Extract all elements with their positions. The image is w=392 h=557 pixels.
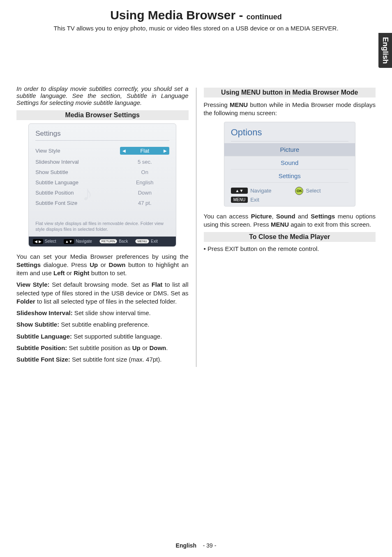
def-subtitle-font: Subtitle Font Size: Set subtitle font si… (16, 355, 189, 364)
options-panel: Options Picture Sound Settings ▲▼ Naviga… (224, 122, 355, 207)
left-right-key-icon: ◀ ▶ (33, 239, 43, 244)
def-view-style: View Style: Set default browsing mode. S… (16, 281, 189, 306)
page-subtitle: This TV allows you to enjoy photo, music… (0, 25, 392, 32)
footer-page-number: - 39 - (203, 542, 217, 549)
close-instruction: • Press EXIT button on the remote contro… (204, 245, 376, 252)
options-title: Options (231, 127, 348, 142)
page-title: Using Media Browser - continued (0, 8, 392, 22)
setting-label: View Style (35, 148, 60, 154)
settings-description: Flat view style displays all files in re… (35, 220, 169, 232)
access-paragraph: You can access Picture, Sound and Settin… (204, 212, 376, 229)
settings-panel-title: Settings (35, 130, 169, 141)
option-sound[interactable]: Sound (231, 156, 348, 169)
option-picture[interactable]: Picture (224, 143, 355, 156)
page-title-main: Using Media Browser - (110, 8, 247, 22)
page-footer: English - 39 - (0, 542, 392, 549)
setting-value: English (120, 179, 169, 186)
return-key-icon: RETURN (99, 239, 117, 244)
close-media-player-heading: To Close the Media Player (204, 232, 376, 242)
setting-row-subtitle-language[interactable]: Subtitle Language English (35, 177, 169, 188)
exit-label: Exit (250, 197, 293, 203)
menu-intro: Pressing MENU button while in Media Brow… (204, 101, 376, 118)
setting-row-subtitle-position[interactable]: Subtitle Position Down (35, 188, 169, 198)
setting-value: 5 sec. (120, 159, 169, 165)
menu-key-icon: MENU (231, 197, 248, 203)
setting-label: Subtitle Language (35, 179, 78, 186)
media-browser-settings-heading: Media Browser Settings (16, 110, 189, 120)
setting-value: On (120, 169, 169, 175)
setting-label: Subtitle Font Size (35, 200, 77, 206)
menu-button-heading: Using MENU button in Media Browser Mode (204, 88, 376, 97)
footer-label: Navigate (76, 239, 92, 244)
page-title-continued: continued (247, 13, 282, 21)
setting-label: Slideshow Interval (35, 159, 79, 165)
select-label: Select (306, 188, 348, 194)
setting-label: Show Subtitle (35, 169, 68, 175)
settings-panel: ♪ Settings View Style ◀ Flat ▶ Slideshow… (28, 123, 176, 247)
left-column: In order to display movie subtitles corr… (16, 85, 189, 367)
options-footer: ▲▼ Navigate OK Select MENU Exit (231, 187, 348, 203)
language-tab: English (378, 33, 392, 68)
option-settings[interactable]: Settings (231, 169, 348, 183)
navigate-label: Navigate (250, 188, 293, 194)
column-divider (196, 88, 196, 367)
def-show-subtitle: Show Subtitle: Set subtitle enabling pre… (16, 320, 189, 329)
setting-value: Down (120, 190, 169, 196)
arrow-right-icon[interactable]: ▶ (161, 149, 169, 153)
setting-value: Flat (140, 148, 149, 154)
setting-label: Subtitle Position (35, 190, 74, 196)
right-column: Using MENU button in Media Browser Mode … (204, 85, 376, 367)
subtitle-note: In order to display movie subtitles corr… (16, 85, 189, 106)
preferences-paragraph: You can set your Media Browser preferenc… (16, 253, 189, 278)
setting-row-subtitle-font[interactable]: Subtitle Font Size 47 pt. (35, 198, 169, 208)
arrow-left-icon[interactable]: ◀ (120, 149, 128, 153)
def-subtitle-position: Subtitle Position: Set subtitle position… (16, 344, 189, 352)
ok-key-icon: OK (295, 187, 303, 195)
def-subtitle-language: Subtitle Language: Set supported subtitl… (16, 332, 189, 341)
setting-row-slideshow[interactable]: Slideshow Interval 5 sec. (35, 157, 169, 167)
setting-value: 47 pt. (120, 200, 169, 206)
up-down-key-icon: ▲▼ (231, 188, 248, 194)
footer-language: English (176, 542, 197, 549)
footer-label: Back (119, 239, 128, 244)
def-slideshow: Slideshow Interval: Set slide show inter… (16, 309, 189, 317)
settings-panel-footer: ◀ ▶Select ▲▼Navigate RETURNBack MENUExit (29, 237, 176, 246)
setting-row-show-subtitle[interactable]: Show Subtitle On (35, 167, 169, 177)
footer-label: Exit (151, 239, 158, 244)
menu-key-icon: MENU (135, 239, 149, 244)
setting-row-view-style[interactable]: View Style ◀ Flat ▶ (35, 145, 169, 157)
footer-label: Select (45, 239, 56, 244)
up-down-key-icon: ▲▼ (64, 239, 74, 244)
